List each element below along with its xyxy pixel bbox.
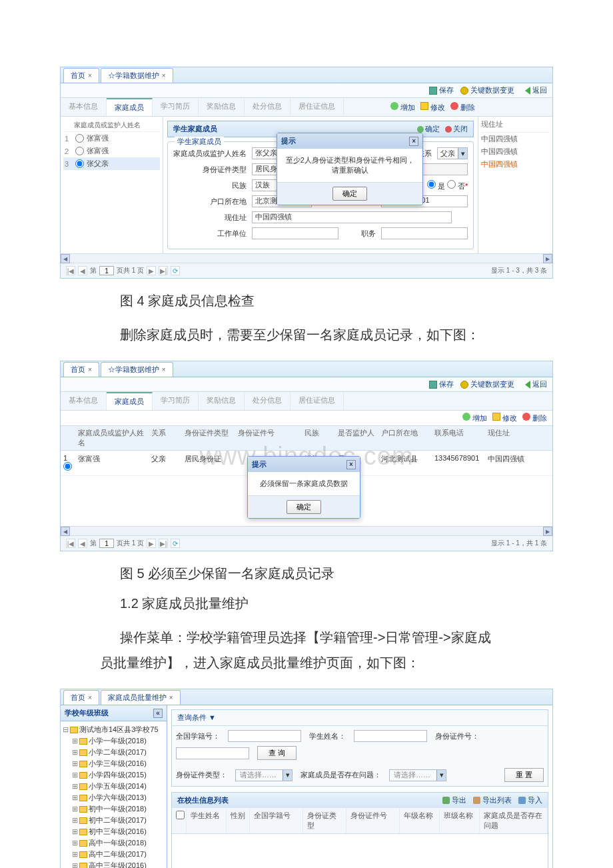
subtab-family[interactable]: 家庭成员 — [107, 98, 153, 116]
dialog-ok-button[interactable]: 确定 — [287, 500, 321, 514]
tree-node[interactable]: ⊞高中三年级(2016) — [62, 860, 165, 868]
delete-button[interactable]: 删除 — [522, 413, 547, 423]
scroll-right-icon[interactable]: ▶ — [543, 527, 552, 536]
unit-input[interactable] — [252, 227, 338, 239]
add-button[interactable]: 增加 — [390, 102, 415, 113]
subtab-residence[interactable]: 居住证信息 — [291, 392, 344, 410]
name-label: 学生姓名： — [309, 731, 346, 741]
scroll-left-icon[interactable]: ◀ — [61, 254, 70, 263]
next-page-button[interactable]: ▶ — [147, 266, 156, 275]
xjh-input[interactable] — [228, 730, 301, 742]
tree-node[interactable]: ⊞小学五年级(2014) — [62, 781, 165, 792]
subtab-penalty[interactable]: 处分信息 — [245, 98, 291, 116]
tree-node[interactable]: ⊞小学四年级(2015) — [62, 769, 165, 781]
subtab-award[interactable]: 奖励信息 — [199, 98, 245, 116]
search-button[interactable]: 查 询 — [257, 746, 297, 760]
relation-select[interactable]: 父亲▾ — [437, 147, 468, 159]
export-button[interactable]: 导出 — [442, 795, 466, 805]
tab-home[interactable]: 首页× — [63, 68, 99, 83]
guardian-yes-radio[interactable] — [427, 180, 436, 189]
list-item[interactable]: 3张父亲 — [63, 157, 160, 170]
last-page-button[interactable]: ▶| — [159, 539, 168, 548]
import-button[interactable]: 导入 — [518, 795, 542, 805]
add-button[interactable]: 增加 — [462, 413, 487, 423]
list-item[interactable]: 1张富强 — [63, 132, 160, 145]
subtab-family[interactable]: 家庭成员 — [107, 392, 153, 410]
h-scrollbar[interactable]: ◀ ▶ — [61, 526, 552, 535]
back-button[interactable]: 返回 — [521, 85, 547, 95]
back-button[interactable]: 返回 — [521, 379, 547, 389]
tab-batch[interactable]: 家庭成员批量维护× — [101, 690, 181, 705]
close-icon[interactable]: × — [162, 72, 166, 79]
subtab-penalty[interactable]: 处分信息 — [245, 392, 291, 410]
guardian-no-radio[interactable] — [447, 180, 456, 189]
plus-icon — [462, 413, 470, 421]
subtab-study[interactable]: 学习简历 — [153, 392, 199, 410]
keychange-button[interactable]: 关键数据变更 — [460, 85, 514, 95]
job-input[interactable] — [381, 227, 468, 239]
scroll-right-icon[interactable]: ▶ — [543, 254, 552, 263]
row-radio[interactable] — [75, 134, 84, 143]
first-page-button[interactable]: |◀ — [66, 266, 75, 275]
problem-select[interactable]: 请选择……▾ — [389, 769, 446, 781]
row-radio[interactable] — [63, 462, 72, 471]
close-icon[interactable]: × — [88, 366, 92, 373]
close-button[interactable]: 关闭 — [445, 124, 468, 134]
close-icon[interactable]: × — [169, 694, 173, 701]
idtype-select[interactable]: 请选择……▾ — [235, 769, 293, 781]
tree-root[interactable]: ⊟测试地市14区县3学校75 — [62, 724, 165, 735]
dialog-ok-button[interactable]: 确定 — [332, 187, 367, 201]
save-button[interactable]: 保存 — [429, 85, 454, 95]
tab-record[interactable]: ☆学籍数据维护× — [101, 362, 173, 377]
row-radio[interactable] — [75, 147, 84, 155]
tab-home[interactable]: 首页× — [63, 362, 99, 377]
list-item[interactable]: 2张富强 — [63, 145, 160, 157]
tab-home[interactable]: 首页× — [63, 690, 99, 705]
tree-node[interactable]: ⊞初中二年级(2017) — [62, 815, 165, 826]
close-icon[interactable]: × — [88, 72, 92, 79]
addr-input[interactable]: 中国四强镇 — [252, 211, 452, 223]
idno-input[interactable] — [176, 747, 249, 759]
reset-button[interactable]: 重 置 — [504, 768, 544, 782]
search-title[interactable]: 查询条件 ▼ — [172, 710, 548, 726]
page-input[interactable] — [99, 266, 114, 275]
tree-node[interactable]: ⊞初中一年级(2018) — [62, 803, 165, 815]
subtab-residence[interactable]: 居住证信息 — [291, 98, 344, 116]
close-icon[interactable]: × — [162, 366, 166, 373]
name-input[interactable] — [354, 730, 427, 742]
edit-button[interactable]: 修改 — [492, 413, 517, 423]
dialog-close-button[interactable]: × — [409, 137, 418, 146]
row-radio[interactable] — [75, 159, 84, 168]
page-input[interactable] — [99, 539, 114, 548]
refresh-button[interactable]: ⟳ — [171, 266, 180, 275]
tree-node[interactable]: ⊞小学三年级(2016) — [62, 758, 165, 769]
keychange-button[interactable]: 关键数据变更 — [460, 379, 514, 389]
export-list-button[interactable]: 导出列表 — [473, 795, 512, 805]
tree-node[interactable]: ⊞小学六年级(2013) — [62, 792, 165, 803]
prev-page-button[interactable]: ◀ — [78, 266, 87, 275]
subtab-basic[interactable]: 基本信息 — [61, 98, 107, 116]
collapse-button[interactable]: « — [153, 709, 163, 718]
close-icon[interactable]: × — [88, 694, 92, 701]
h-scrollbar[interactable]: ◀ ▶ — [61, 253, 552, 263]
select-all-checkbox[interactable] — [176, 811, 185, 819]
scroll-left-icon[interactable]: ◀ — [61, 527, 70, 536]
next-page-button[interactable]: ▶ — [147, 539, 156, 548]
edit-button[interactable]: 修改 — [420, 102, 445, 113]
tree-node[interactable]: ⊞高中一年级(2018) — [62, 837, 165, 849]
last-page-button[interactable]: ▶| — [159, 266, 168, 275]
tree-node[interactable]: ⊞初中三年级(2016) — [62, 826, 165, 837]
save-button[interactable]: 保存 — [429, 379, 454, 389]
refresh-button[interactable]: ⟳ — [171, 539, 180, 548]
delete-button[interactable]: 删除 — [450, 102, 475, 113]
tree-node[interactable]: ⊞高中二年级(2017) — [62, 849, 165, 860]
tab-record[interactable]: ☆学籍数据维护× — [101, 68, 173, 83]
prev-page-button[interactable]: ◀ — [78, 539, 87, 548]
first-page-button[interactable]: |◀ — [66, 539, 75, 548]
tree-node[interactable]: ⊞小学一年级(2018) — [62, 735, 165, 747]
subtab-basic[interactable]: 基本信息 — [61, 392, 107, 410]
tree-node[interactable]: ⊞小学二年级(2017) — [62, 747, 165, 758]
subtab-award[interactable]: 奖励信息 — [199, 392, 245, 410]
subtab-study[interactable]: 学习简历 — [153, 98, 199, 116]
dialog-close-button[interactable]: × — [346, 460, 356, 469]
